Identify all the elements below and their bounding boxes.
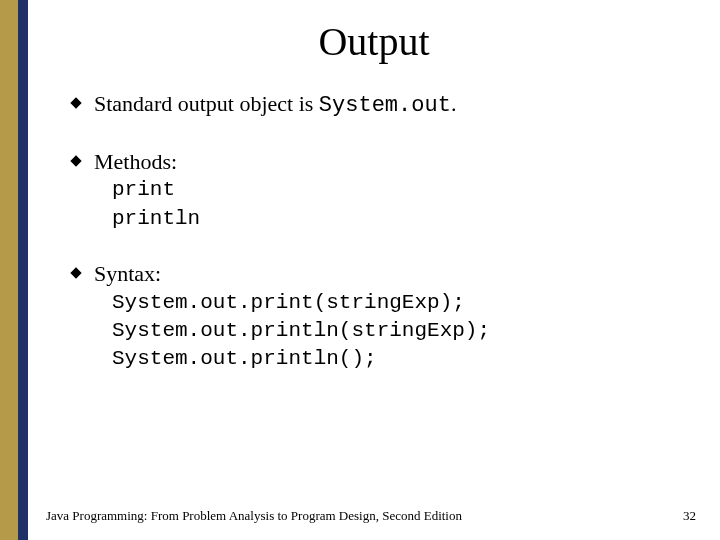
side-stripe <box>0 0 28 540</box>
code-line: System.out.println(); <box>94 345 680 373</box>
bullet-item: Methods: print println <box>68 147 680 233</box>
code-line: print <box>94 176 680 204</box>
slide-title: Output <box>68 18 680 65</box>
bullet-text: Syntax: <box>94 261 161 286</box>
bullet-text: Methods: <box>94 149 177 174</box>
slide-body: Output Standard output object is System.… <box>28 0 720 540</box>
code-line: println <box>94 205 680 233</box>
footer-text: Java Programming: From Problem Analysis … <box>46 508 462 524</box>
bullet-item: Standard output object is System.out. <box>68 89 680 121</box>
code-line: System.out.print(stringExp); <box>94 289 680 317</box>
stripe-navy <box>18 0 28 540</box>
page-number: 32 <box>683 508 696 524</box>
inline-code: System.out <box>319 93 451 118</box>
bullet-text-suffix: . <box>451 91 457 116</box>
bullet-item: Syntax: System.out.print(stringExp); Sys… <box>68 259 680 374</box>
stripe-gold <box>0 0 18 540</box>
code-line: System.out.println(stringExp); <box>94 317 680 345</box>
bullet-text: Standard output object is <box>94 91 319 116</box>
bullet-list: Standard output object is System.out. Me… <box>68 89 680 374</box>
